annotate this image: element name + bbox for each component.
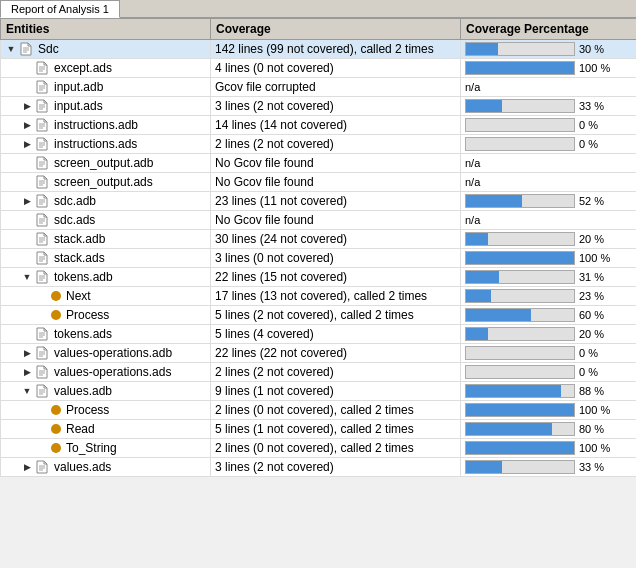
table-row: ▼ Sdc142 lines (99 not covered), called … [1, 40, 637, 59]
file-icon [35, 232, 49, 246]
coverage-cell: 3 lines (0 not covered) [211, 249, 461, 268]
entity-name: stack.ads [54, 251, 105, 265]
entity-cell-stack-adb: stack.adb [1, 230, 211, 249]
coverage-bar-fill [466, 100, 502, 112]
collapse-icon[interactable]: ▼ [21, 385, 33, 397]
expand-icon[interactable]: ▶ [21, 347, 33, 359]
percentage-cell: n/a [461, 173, 637, 192]
table-row: ▼ tokens.adb22 lines (15 not covered)31 … [1, 268, 637, 287]
percentage-cell: 60 % [461, 306, 637, 325]
file-icon [35, 61, 49, 75]
file-icon [19, 42, 33, 56]
entity-name: values.ads [54, 460, 111, 474]
coverage-bar [465, 270, 575, 284]
table-row: screen_output.adsNo Gcov file foundn/a [1, 173, 637, 192]
entity-name: Sdc [38, 42, 59, 56]
entity-cell-values-adb: ▼ values.adb [1, 382, 211, 401]
col-coverage-percentage: Coverage Percentage [461, 19, 637, 40]
na-label: n/a [465, 157, 480, 169]
tab-bar: Report of Analysis 1 [0, 0, 636, 18]
table-row: Process5 lines (2 not covered), called 2… [1, 306, 637, 325]
coverage-percentage-label: 100 % [579, 442, 614, 454]
percentage-cell: 23 % [461, 287, 637, 306]
percentage-cell: 100 % [461, 439, 637, 458]
percentage-cell: 20 % [461, 230, 637, 249]
entity-name: Read [66, 422, 95, 436]
entity-name: screen_output.ads [54, 175, 153, 189]
entity-name: stack.adb [54, 232, 105, 246]
percentage-cell: 31 % [461, 268, 637, 287]
percentage-cell: 88 % [461, 382, 637, 401]
entity-name: sdc.adb [54, 194, 96, 208]
expand-icon[interactable]: ▶ [21, 366, 33, 378]
entity-cell-tokens-adb: ▼ tokens.adb [1, 268, 211, 287]
percentage-cell: 0 % [461, 344, 637, 363]
table-row: screen_output.adbNo Gcov file foundn/a [1, 154, 637, 173]
coverage-bar-fill [466, 252, 574, 264]
table-row: sdc.adsNo Gcov file foundn/a [1, 211, 637, 230]
entity-cell-tokens-ads: tokens.ads [1, 325, 211, 344]
coverage-cell: 142 lines (99 not covered), called 2 tim… [211, 40, 461, 59]
coverage-cell: 3 lines (2 not covered) [211, 458, 461, 477]
coverage-bar-fill [466, 195, 522, 207]
method-icon [51, 310, 61, 320]
entity-cell-to-string: To_String [1, 439, 211, 458]
table-row: ▶ values-operations.adb22 lines (22 not … [1, 344, 637, 363]
percentage-cell: 100 % [461, 59, 637, 78]
entity-name: input.ads [54, 99, 103, 113]
expand-icon[interactable]: ▶ [21, 195, 33, 207]
coverage-bar [465, 403, 575, 417]
entity-cell-read: Read [1, 420, 211, 439]
collapse-icon[interactable]: ▼ [5, 43, 17, 55]
table-row: Process2 lines (0 not covered), called 2… [1, 401, 637, 420]
percentage-cell: 100 % [461, 401, 637, 420]
coverage-percentage-label: 33 % [579, 461, 614, 473]
coverage-bar-fill [466, 442, 574, 454]
coverage-cell: 23 lines (11 not covered) [211, 192, 461, 211]
table-row: To_String2 lines (0 not covered), called… [1, 439, 637, 458]
table-row: ▼ values.adb9 lines (1 not covered)88 % [1, 382, 637, 401]
coverage-bar [465, 99, 575, 113]
file-icon [35, 175, 49, 189]
entity-name: values-operations.adb [54, 346, 172, 360]
expand-icon[interactable]: ▶ [21, 100, 33, 112]
expand-icon[interactable]: ▶ [21, 138, 33, 150]
coverage-cell: 5 lines (2 not covered), called 2 times [211, 306, 461, 325]
percentage-cell: 30 % [461, 40, 637, 59]
expand-icon[interactable]: ▶ [21, 119, 33, 131]
coverage-bar-fill [466, 271, 499, 283]
entity-cell-values-ads: ▶ values.ads [1, 458, 211, 477]
entity-cell-instructions-adb: ▶ instructions.adb [1, 116, 211, 135]
entity-cell-sdc-adb: ▶ sdc.adb [1, 192, 211, 211]
coverage-percentage-label: 31 % [579, 271, 614, 283]
coverage-percentage-label: 30 % [579, 43, 614, 55]
coverage-cell: No Gcov file found [211, 211, 461, 230]
coverage-percentage-label: 23 % [579, 290, 614, 302]
entity-name: screen_output.adb [54, 156, 153, 170]
coverage-bar-fill [466, 309, 531, 321]
table-row: input.adbGcov file corruptedn/a [1, 78, 637, 97]
entity-name: To_String [66, 441, 117, 455]
method-icon [51, 291, 61, 301]
percentage-cell: 20 % [461, 325, 637, 344]
coverage-cell: No Gcov file found [211, 173, 461, 192]
coverage-bar [465, 327, 575, 341]
file-icon [35, 384, 49, 398]
coverage-bar-fill [466, 423, 552, 435]
file-icon [35, 460, 49, 474]
expand-icon[interactable]: ▶ [21, 461, 33, 473]
tab-report-of-analysis-1[interactable]: Report of Analysis 1 [0, 0, 120, 18]
coverage-bar [465, 460, 575, 474]
coverage-bar [465, 194, 575, 208]
entity-name: input.adb [54, 80, 103, 94]
collapse-icon[interactable]: ▼ [21, 271, 33, 283]
coverage-percentage-label: 60 % [579, 309, 614, 321]
file-icon [35, 327, 49, 341]
entity-cell-except-ads: except.ads [1, 59, 211, 78]
table-row: stack.adb30 lines (24 not covered)20 % [1, 230, 637, 249]
coverage-bar-fill [466, 385, 561, 397]
col-coverage: Coverage [211, 19, 461, 40]
percentage-cell: 0 % [461, 363, 637, 382]
coverage-bar [465, 232, 575, 246]
entity-cell-screen-output-adb: screen_output.adb [1, 154, 211, 173]
